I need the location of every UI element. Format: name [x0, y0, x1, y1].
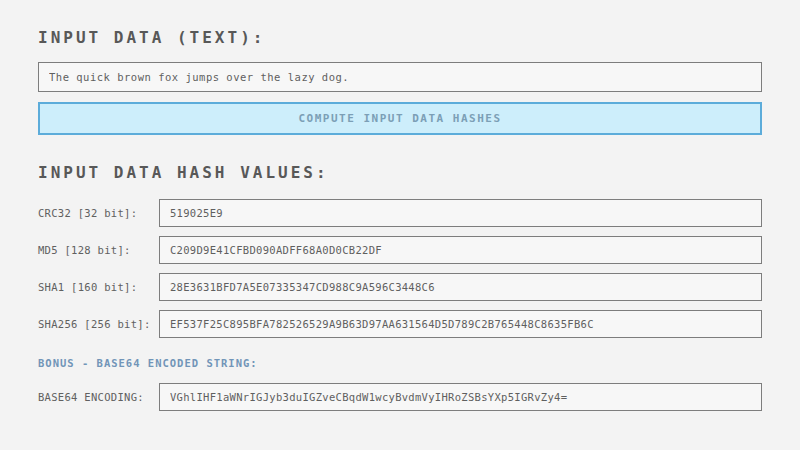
- md5-value-field[interactable]: [159, 236, 762, 264]
- page: INPUT DATA (TEXT): COMPUTE INPUT DATA HA…: [0, 0, 800, 411]
- compute-hashes-button[interactable]: COMPUTE INPUT DATA HASHES: [38, 102, 762, 135]
- input-data-heading: INPUT DATA (TEXT):: [38, 28, 762, 47]
- hash-row-crc32: CRC32 [32 bit]:: [38, 199, 762, 227]
- hash-values-heading: INPUT DATA HASH VALUES:: [38, 163, 762, 182]
- crc32-value-field[interactable]: [159, 199, 762, 227]
- base64-label: BASE64 ENCODING:: [38, 391, 159, 403]
- bonus-base64-heading: BONUS - BASE64 ENCODED STRING:: [38, 357, 762, 369]
- sha1-value-field[interactable]: [159, 273, 762, 301]
- sha256-label: SHA256 [256 bit]:: [38, 318, 159, 330]
- base64-row: BASE64 ENCODING:: [38, 383, 762, 411]
- sha1-label: SHA1 [160 bit]:: [38, 281, 159, 293]
- hash-row-md5: MD5 [128 bit]:: [38, 236, 762, 264]
- base64-value-field[interactable]: [159, 383, 762, 411]
- md5-label: MD5 [128 bit]:: [38, 244, 159, 256]
- sha256-value-field[interactable]: [159, 310, 762, 338]
- hash-row-sha1: SHA1 [160 bit]:: [38, 273, 762, 301]
- hash-row-sha256: SHA256 [256 bit]:: [38, 310, 762, 338]
- crc32-label: CRC32 [32 bit]:: [38, 207, 159, 219]
- input-data-text-field[interactable]: [38, 62, 762, 92]
